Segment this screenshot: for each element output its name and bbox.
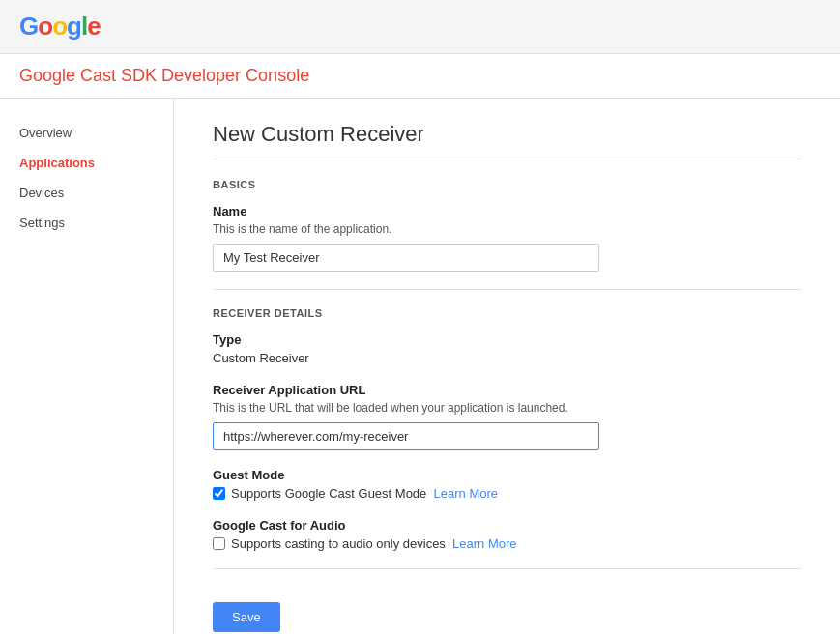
sidebar-item-devices[interactable]: Devices bbox=[0, 178, 173, 208]
name-field: Name This is the name of the application… bbox=[213, 204, 801, 272]
cast-audio-checkbox[interactable] bbox=[213, 537, 225, 550]
url-field: Receiver Application URL This is the URL… bbox=[213, 383, 801, 450]
basics-section-title: BASICS bbox=[213, 179, 801, 190]
cast-audio-learn-more[interactable]: Learn More bbox=[452, 536, 516, 551]
header: Google bbox=[0, 0, 840, 54]
guest-mode-learn-more[interactable]: Learn More bbox=[434, 486, 498, 501]
basics-section: BASICS Name This is the name of the appl… bbox=[213, 179, 801, 272]
guest-mode-checkbox[interactable] bbox=[213, 487, 225, 500]
url-input[interactable] bbox=[213, 422, 599, 450]
logo-e: e bbox=[87, 12, 100, 41]
divider-1 bbox=[213, 289, 801, 290]
guest-mode-row: Supports Google Cast Guest Mode Learn Mo… bbox=[213, 486, 801, 501]
logo-g2: g bbox=[67, 12, 81, 41]
save-button[interactable]: Save bbox=[213, 602, 280, 632]
console-title: Google Cast SDK Developer Console bbox=[19, 66, 821, 86]
name-description: This is the name of the application. bbox=[213, 222, 801, 236]
type-field: Type Custom Receiver bbox=[213, 332, 801, 365]
cast-audio-label: Google Cast for Audio bbox=[213, 518, 801, 533]
subheader: Google Cast SDK Developer Console bbox=[0, 54, 840, 99]
layout: Overview Applications Devices Settings N… bbox=[0, 99, 840, 634]
guest-mode-checkbox-label: Supports Google Cast Guest Mode Learn Mo… bbox=[231, 486, 498, 501]
logo-g: G bbox=[19, 12, 38, 41]
sidebar: Overview Applications Devices Settings bbox=[0, 99, 174, 634]
main-content: New Custom Receiver BASICS Name This is … bbox=[174, 99, 840, 634]
sidebar-item-settings[interactable]: Settings bbox=[0, 208, 173, 238]
sidebar-item-overview[interactable]: Overview bbox=[0, 118, 173, 148]
type-label: Type bbox=[213, 332, 801, 347]
url-label: Receiver Application URL bbox=[213, 383, 801, 397]
cast-audio-row: Supports casting to audio only devices L… bbox=[213, 536, 801, 551]
divider-2 bbox=[213, 568, 801, 569]
logo-o1: o bbox=[38, 12, 52, 41]
cast-audio-field: Google Cast for Audio Supports casting t… bbox=[213, 518, 801, 551]
url-description: This is the URL that will be loaded when… bbox=[213, 401, 801, 415]
name-input[interactable] bbox=[213, 244, 599, 272]
sidebar-item-applications[interactable]: Applications bbox=[0, 148, 173, 178]
receiver-details-section: RECEIVER DETAILS Type Custom Receiver Re… bbox=[213, 307, 801, 551]
cast-audio-checkbox-label: Supports casting to audio only devices L… bbox=[231, 536, 517, 551]
page-title: New Custom Receiver bbox=[213, 122, 801, 159]
name-label: Name bbox=[213, 204, 801, 218]
google-logo: Google bbox=[19, 12, 101, 42]
type-value: Custom Receiver bbox=[213, 351, 801, 365]
guest-mode-label: Guest Mode bbox=[213, 468, 801, 482]
logo-o2: o bbox=[52, 12, 67, 41]
receiver-details-section-title: RECEIVER DETAILS bbox=[213, 307, 801, 319]
guest-mode-field: Guest Mode Supports Google Cast Guest Mo… bbox=[213, 468, 801, 501]
